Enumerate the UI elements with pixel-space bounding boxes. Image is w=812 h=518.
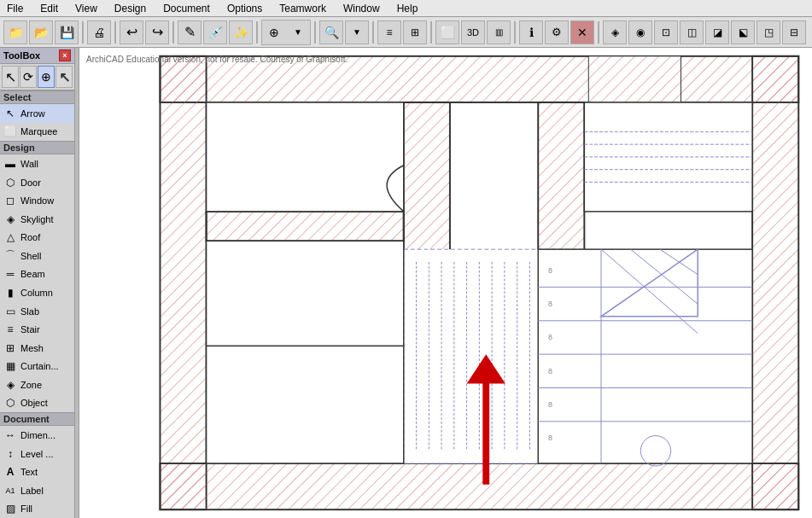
- select-move-btn[interactable]: ⟳: [20, 66, 37, 88]
- tool-zone[interactable]: ◈ Zone: [0, 375, 74, 394]
- tool-stair[interactable]: ≡ Stair: [0, 320, 74, 339]
- dimension-tool-icon: ↔: [3, 428, 17, 442]
- toolbar-info[interactable]: ℹ: [519, 20, 543, 44]
- toolbar-layers[interactable]: ≡: [377, 20, 401, 44]
- tool-object[interactable]: ⬡ Object: [0, 394, 74, 413]
- tool-slab-label: Slab: [20, 306, 39, 317]
- tool-shell[interactable]: ⌒ Shell: [0, 247, 74, 265]
- toolbar-misc6[interactable]: ⬕: [731, 20, 755, 44]
- zone-tool-icon: ◈: [3, 378, 17, 392]
- toolbar-misc4[interactable]: ◫: [680, 20, 704, 44]
- wall-tool-icon: ▬: [3, 157, 17, 171]
- toolbar-misc1[interactable]: ◈: [603, 20, 627, 44]
- tool-text[interactable]: A Text: [0, 463, 74, 481]
- menu-window[interactable]: Window: [340, 2, 383, 15]
- tool-skylight-label: Skylight: [20, 214, 54, 224]
- text-tool-icon: A: [3, 465, 17, 479]
- toolbar-prop[interactable]: ⚙: [545, 20, 569, 44]
- toolbar-plan[interactable]: ⬜: [435, 20, 459, 44]
- toolbar-sep-9: [598, 21, 599, 44]
- tool-curtain[interactable]: ▦ Curtain...: [0, 358, 74, 376]
- toolbar-grid[interactable]: ⊞: [403, 20, 427, 44]
- toolbar-misc7[interactable]: ◳: [757, 20, 780, 44]
- toolbar-misc8[interactable]: ⊟: [782, 20, 806, 44]
- toolbar-redo[interactable]: ↪: [145, 20, 169, 44]
- tool-fill[interactable]: ▨ Fill: [0, 500, 74, 518]
- toolbar-misc3[interactable]: ⊡: [654, 20, 678, 44]
- tool-label[interactable]: A1 Label: [0, 481, 74, 500]
- window-tool-icon: ◻: [3, 194, 17, 207]
- menu-teamwork[interactable]: Teamwork: [276, 2, 330, 15]
- tool-level[interactable]: ↕ Level ...: [0, 445, 74, 463]
- toolbox-close-button[interactable]: ×: [59, 49, 71, 61]
- toolbar: 📁 📂 💾 🖨 ↩ ↪ ✎ 💉 ✨ ⊕ ▼ 🔍 ▼ ≡ ⊞ ⬜ 3D ▥ ℹ ⚙…: [0, 17, 812, 48]
- section-select: Select: [0, 90, 74, 104]
- toolbar-sep-3: [172, 21, 174, 44]
- toolbox-title: ToolBox: [3, 50, 40, 61]
- toolbar-new[interactable]: 📁: [3, 20, 27, 44]
- toolbar-open[interactable]: 📂: [29, 20, 53, 44]
- select-arrow-btn[interactable]: ↖: [2, 66, 19, 88]
- toolbar-3d[interactable]: 3D: [461, 20, 485, 44]
- toolbar-snap2[interactable]: ▼: [286, 20, 310, 44]
- tool-arrow[interactable]: ↖ Arrow: [0, 104, 74, 123]
- tool-door[interactable]: ⬡ Door: [0, 173, 74, 192]
- toolbar-snap1[interactable]: ⊕: [262, 20, 286, 44]
- tool-dimension-label: Dimen...: [20, 430, 55, 440]
- skylight-tool-icon: ◈: [3, 212, 17, 226]
- shell-tool-icon: ⌒: [3, 249, 17, 263]
- toolbar-magic[interactable]: ✨: [229, 20, 253, 44]
- label-tool-icon: A1: [3, 484, 17, 498]
- toolbar-misc5[interactable]: ◪: [705, 20, 729, 44]
- tool-column[interactable]: ▮ Column: [0, 283, 74, 302]
- menu-document[interactable]: Document: [160, 2, 213, 15]
- tool-roof-label: Roof: [20, 232, 40, 242]
- canvas-area[interactable]: ArchiCAD Educational version, not for re…: [79, 48, 812, 518]
- toolbar-undo[interactable]: ↩: [120, 20, 143, 44]
- tool-label-label: Label: [20, 486, 44, 496]
- tool-door-label: Door: [20, 178, 41, 188]
- beam-tool-icon: ═: [3, 267, 17, 281]
- toolbar-print[interactable]: 🖨: [87, 20, 111, 44]
- select-rotate-btn[interactable]: ⊕: [38, 66, 55, 88]
- tool-stair-label: Stair: [20, 324, 40, 335]
- stair-tool-icon: ≡: [3, 323, 17, 336]
- svg-rect-51: [207, 346, 404, 463]
- menu-view[interactable]: View: [72, 2, 101, 15]
- tool-shell-label: Shell: [20, 251, 41, 261]
- tool-roof[interactable]: △ Roof: [0, 228, 74, 247]
- marquee-tool-icon: ⬜: [3, 125, 17, 138]
- toolbar-zoom2[interactable]: ▼: [345, 20, 369, 44]
- toolbar-close-x[interactable]: ✕: [570, 20, 594, 44]
- tool-marquee[interactable]: ⬜ Marquee: [0, 123, 74, 142]
- tool-skylight[interactable]: ◈ Skylight: [0, 210, 74, 229]
- toolbar-eyedrop[interactable]: 💉: [203, 20, 227, 44]
- section-document: Document: [0, 412, 74, 426]
- menu-design[interactable]: Design: [111, 2, 149, 15]
- toolbar-sep-8: [514, 21, 516, 44]
- tool-dimension[interactable]: ↔ Dimen...: [0, 426, 74, 445]
- svg-rect-8: [207, 212, 404, 241]
- menu-edit[interactable]: Edit: [37, 2, 61, 15]
- tool-wall[interactable]: ▬ Wall: [0, 154, 74, 173]
- tool-beam-label: Beam: [20, 269, 45, 279]
- toolbar-sep-4: [256, 21, 258, 44]
- svg-rect-7: [404, 102, 450, 253]
- toolbar-zoom1[interactable]: 🔍: [319, 20, 343, 44]
- tool-beam[interactable]: ═ Beam: [0, 265, 74, 284]
- tool-window[interactable]: ◻ Window: [0, 191, 74, 210]
- main-layout: ToolBox × ↖ ⟳ ⊕ ↖ Select ↖ Arrow ⬜ Marqu…: [0, 48, 812, 518]
- toolbar-section[interactable]: ▥: [487, 20, 511, 44]
- toolbar-misc2[interactable]: ◉: [628, 20, 652, 44]
- svg-text:8: 8: [548, 367, 552, 375]
- tool-slab[interactable]: ▭ Slab: [0, 302, 74, 321]
- tool-mesh[interactable]: ⊞ Mesh: [0, 339, 74, 358]
- toolbar-sep-5: [314, 21, 316, 44]
- toolbar-save[interactable]: 💾: [55, 20, 79, 44]
- menu-options[interactable]: Options: [224, 2, 266, 15]
- menu-help[interactable]: Help: [394, 2, 422, 15]
- tool-text-label: Text: [20, 467, 38, 477]
- select-cursor-btn[interactable]: ↖: [55, 66, 73, 88]
- menu-file[interactable]: File: [3, 2, 26, 15]
- toolbar-select[interactable]: ✎: [178, 20, 202, 44]
